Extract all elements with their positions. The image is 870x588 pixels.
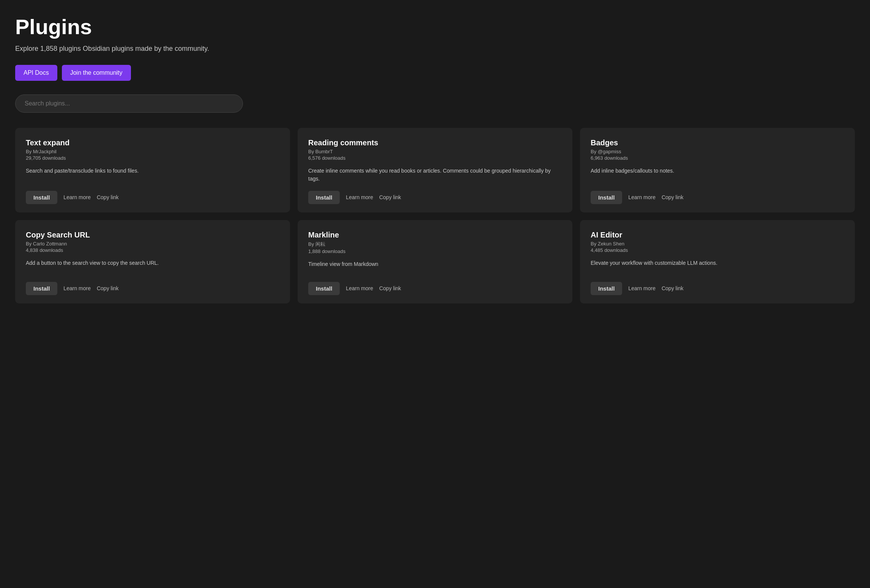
- plugin-name: AI Editor: [591, 231, 844, 239]
- install-button[interactable]: Install: [308, 191, 340, 204]
- plugin-downloads: 4,838 downloads: [26, 247, 279, 253]
- plugin-name: Reading comments: [308, 138, 562, 147]
- plugin-actions: Install Learn more Copy link: [26, 191, 279, 204]
- learn-more-button[interactable]: Learn more: [346, 285, 373, 291]
- plugin-card: Markline By 闲耘 1,888 downloads Timeline …: [298, 220, 572, 303]
- plugin-card: Badges By @gapmiss 6,963 downloads Add i…: [580, 128, 855, 212]
- copy-link-button[interactable]: Copy link: [97, 194, 119, 200]
- plugin-downloads: 6,576 downloads: [308, 155, 562, 161]
- plugin-author: By BumbrT: [308, 149, 562, 154]
- plugin-downloads: 4,485 downloads: [591, 247, 844, 253]
- plugin-name: Text expand: [26, 138, 279, 147]
- copy-link-button[interactable]: Copy link: [379, 285, 401, 291]
- learn-more-button[interactable]: Learn more: [628, 194, 656, 200]
- plugin-description: Search and paste/transclude links to fou…: [26, 167, 279, 183]
- search-input[interactable]: [15, 94, 243, 113]
- install-button[interactable]: Install: [26, 282, 57, 295]
- page-subtitle: Explore 1,858 plugins Obsidian plugins m…: [15, 45, 855, 53]
- learn-more-button[interactable]: Learn more: [346, 194, 373, 200]
- copy-link-button[interactable]: Copy link: [662, 285, 684, 291]
- learn-more-button[interactable]: Learn more: [63, 285, 91, 291]
- install-button[interactable]: Install: [308, 282, 340, 295]
- install-button[interactable]: Install: [591, 191, 622, 204]
- plugin-name: Copy Search URL: [26, 231, 279, 239]
- plugin-description: Elevate your workflow with customizable …: [591, 259, 844, 274]
- plugin-actions: Install Learn more Copy link: [26, 282, 279, 295]
- plugin-downloads: 29,705 downloads: [26, 155, 279, 161]
- copy-link-button[interactable]: Copy link: [662, 194, 684, 200]
- plugin-downloads: 6,963 downloads: [591, 155, 844, 161]
- plugins-grid: Text expand By MrJackphil 29,705 downloa…: [15, 128, 855, 303]
- plugin-actions: Install Learn more Copy link: [308, 191, 562, 204]
- api-docs-button[interactable]: API Docs: [15, 65, 57, 81]
- plugin-card: AI Editor By Zekun Shen 4,485 downloads …: [580, 220, 855, 303]
- install-button[interactable]: Install: [591, 282, 622, 295]
- plugin-name: Markline: [308, 231, 562, 239]
- plugin-description: Create inline comments while you read bo…: [308, 167, 562, 183]
- plugin-author: By MrJackphil: [26, 149, 279, 154]
- plugin-name: Badges: [591, 138, 844, 147]
- plugin-card: Copy Search URL By Carlo Zottmann 4,838 …: [15, 220, 290, 303]
- copy-link-button[interactable]: Copy link: [97, 285, 119, 291]
- plugin-author: By Carlo Zottmann: [26, 241, 279, 247]
- learn-more-button[interactable]: Learn more: [63, 194, 91, 200]
- plugin-description: Add a button to the search view to copy …: [26, 259, 279, 274]
- install-button[interactable]: Install: [26, 191, 57, 204]
- plugin-card: Reading comments By BumbrT 6,576 downloa…: [298, 128, 572, 212]
- plugin-author: By 闲耘: [308, 241, 562, 248]
- header-buttons: API Docs Join the community: [15, 65, 855, 81]
- plugin-description: Add inline badges/callouts to notes.: [591, 167, 844, 183]
- page-title: Plugins: [15, 15, 855, 39]
- plugin-downloads: 1,888 downloads: [308, 248, 562, 254]
- join-community-button[interactable]: Join the community: [62, 65, 131, 81]
- learn-more-button[interactable]: Learn more: [628, 285, 656, 291]
- plugin-author: By Zekun Shen: [591, 241, 844, 247]
- copy-link-button[interactable]: Copy link: [379, 194, 401, 200]
- plugin-actions: Install Learn more Copy link: [591, 282, 844, 295]
- plugin-description: Timeline view from Markdown: [308, 260, 562, 274]
- plugin-author: By @gapmiss: [591, 149, 844, 154]
- plugin-card: Text expand By MrJackphil 29,705 downloa…: [15, 128, 290, 212]
- plugin-actions: Install Learn more Copy link: [591, 191, 844, 204]
- plugin-actions: Install Learn more Copy link: [308, 282, 562, 295]
